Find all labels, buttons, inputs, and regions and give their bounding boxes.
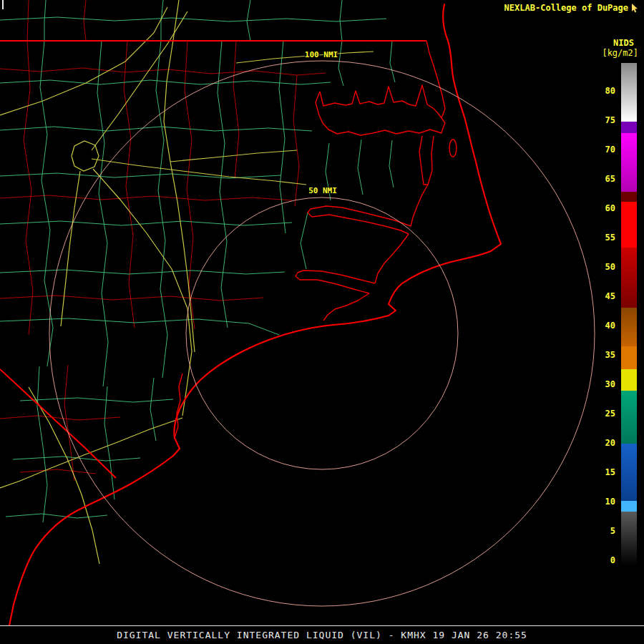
map-line bbox=[170, 150, 297, 162]
map-line bbox=[293, 75, 299, 206]
map-line bbox=[164, 0, 195, 352]
radar-viewer: 100 NMI50 NMI NEXLAB-College of DuPage N… bbox=[0, 0, 644, 644]
map-line bbox=[0, 17, 386, 21]
map-edge-tick bbox=[2, 0, 4, 9]
colorbar-segment bbox=[621, 192, 637, 202]
colorbar-segment bbox=[621, 63, 637, 122]
map-line bbox=[0, 318, 279, 335]
colorbar-segment bbox=[621, 346, 637, 369]
colorbar-segment bbox=[621, 369, 637, 391]
map-line bbox=[0, 68, 326, 75]
map-line bbox=[84, 0, 86, 41]
map-line bbox=[358, 140, 363, 195]
map-line bbox=[97, 41, 108, 386]
colorbar-segment bbox=[621, 133, 637, 192]
map-line bbox=[375, 234, 409, 283]
radar-map bbox=[0, 0, 644, 644]
footer-divider bbox=[0, 625, 644, 626]
brand-header: NEXLAB-College of DuPage bbox=[504, 3, 638, 13]
map-line bbox=[233, 41, 239, 179]
colorbar-segment bbox=[621, 308, 637, 346]
range-rings bbox=[49, 61, 595, 606]
map-line bbox=[411, 185, 428, 226]
highways bbox=[0, 0, 374, 564]
map-line bbox=[301, 213, 308, 269]
map-line bbox=[419, 136, 434, 185]
map-line bbox=[449, 140, 457, 157]
map-line bbox=[29, 387, 99, 564]
map-line bbox=[0, 296, 263, 301]
colorbar-segment bbox=[621, 444, 637, 501]
mouse-cursor-icon bbox=[631, 4, 638, 13]
map-line bbox=[93, 169, 192, 416]
units-label: [kg/m2] bbox=[602, 48, 638, 58]
range-ring bbox=[49, 61, 595, 606]
colorbar-segment bbox=[621, 391, 637, 444]
map-line bbox=[308, 206, 411, 234]
map-line bbox=[24, 0, 33, 335]
map-line bbox=[72, 141, 99, 171]
product-label: NIDS bbox=[613, 38, 634, 48]
coastline bbox=[9, 4, 501, 625]
colorbar-segment bbox=[621, 122, 637, 133]
map-line bbox=[9, 4, 501, 625]
map-line bbox=[20, 398, 173, 402]
map-line bbox=[426, 41, 445, 118]
map-line bbox=[37, 366, 47, 522]
map-line bbox=[390, 41, 395, 82]
map-line bbox=[13, 457, 140, 461]
map-line bbox=[0, 80, 331, 84]
map-line bbox=[92, 159, 306, 185]
colorbar-segment bbox=[621, 512, 637, 565]
brand-text: NEXLAB-College of DuPage bbox=[504, 3, 628, 13]
colorbar-gradient bbox=[621, 63, 637, 565]
map-line bbox=[0, 416, 120, 420]
map-line bbox=[0, 369, 116, 478]
colorbar-segment bbox=[621, 501, 637, 512]
map-line bbox=[104, 386, 114, 499]
map-line bbox=[0, 270, 285, 274]
map-line bbox=[124, 41, 135, 328]
colorbar-segment bbox=[621, 248, 637, 308]
colorbar-segment bbox=[621, 202, 637, 248]
waterways bbox=[175, 41, 457, 438]
map-line bbox=[338, 0, 343, 86]
map-line bbox=[218, 41, 228, 328]
map-line bbox=[320, 85, 441, 118]
map-line bbox=[150, 378, 156, 441]
map-line bbox=[6, 514, 107, 518]
map-line bbox=[61, 171, 80, 326]
map-line bbox=[296, 270, 375, 293]
footer-caption: DIGITAL VERTICALLY INTEGRATED LIQUID (VI… bbox=[0, 630, 644, 640]
map-line bbox=[0, 221, 292, 225]
range-ring bbox=[186, 197, 458, 469]
map-line bbox=[323, 293, 369, 321]
map-line bbox=[0, 195, 292, 200]
map-line bbox=[389, 140, 394, 187]
map-line bbox=[40, 0, 53, 366]
state-borders bbox=[0, 41, 426, 478]
map-line bbox=[326, 143, 331, 200]
map-line bbox=[20, 469, 96, 474]
